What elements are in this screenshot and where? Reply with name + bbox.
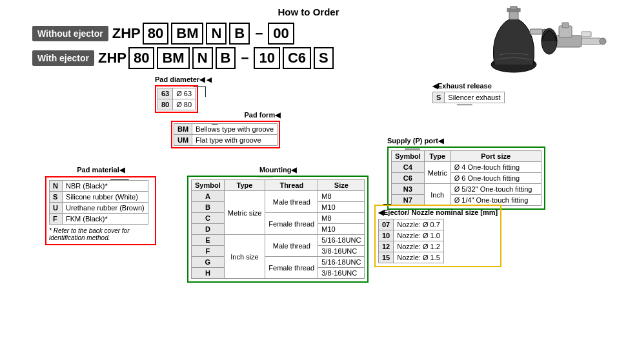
pad-material-box: NNBR (Black)*SSilicone rubber (White)UUr… — [45, 176, 156, 245]
pad-diameter-table-container: 63Ø 6380Ø 80 — [155, 85, 198, 113]
table-row: GFemale thread5/16-18UNC — [192, 257, 365, 268]
with-ejector-label: With ejector — [32, 50, 94, 66]
table-row: 80Ø 80 — [158, 99, 196, 110]
table-row: SSilicone rubber (White) — [50, 192, 148, 203]
svg-rect-3 — [511, 6, 517, 10]
ejector-box: ◀Ejector/ Nozzle nominal size [mm] 07Noz… — [374, 205, 501, 267]
code-b-2: B — [216, 47, 236, 69]
ejector-section: ◀Ejector/ Nozzle nominal size [mm] 07Noz… — [374, 205, 501, 267]
table-row: 07Nozzle: Ø 0.7 — [379, 219, 444, 230]
prefix-2: ZHP — [98, 50, 126, 66]
dash-1: － — [252, 24, 266, 43]
svg-point-9 — [600, 38, 606, 45]
svg-rect-12 — [582, 32, 591, 37]
table-row: N3InchØ 5/32" One-touch fitting — [392, 184, 541, 195]
table-row: C4MetricØ 4 One-touch fitting — [392, 162, 541, 173]
svg-rect-11 — [562, 23, 569, 28]
mounting-box: SymbolTypeThreadSize AMetric sizeMale th… — [187, 176, 369, 283]
code-n-2: N — [192, 47, 213, 69]
pad-form-section: Pad form◀ BMBellows type with grooveUMFl… — [171, 111, 280, 150]
dash-2: － — [238, 48, 252, 68]
mounting-section: Mounting◀ SymbolTypeThreadSize AMetric s… — [187, 166, 369, 283]
table-row: UUrethane rubber (Brown) — [50, 203, 148, 214]
pad-diameter-title: Pad diameter◀ — [155, 76, 212, 84]
mounting-table: SymbolTypeThreadSize AMetric sizeMale th… — [191, 179, 365, 279]
pad-form-table: BMBellows type with grooveUMFlat type wi… — [174, 123, 278, 146]
table-row: CFemale threadM8 — [192, 213, 365, 224]
pad-form-table-container: BMBellows type with grooveUMFlat type wi… — [171, 121, 280, 148]
table-row: FFKM (Black)* — [50, 214, 148, 225]
code-bm-1: BM — [171, 23, 203, 45]
svg-rect-8 — [582, 38, 601, 45]
table-row: 12Nozzle: Ø 1.2 — [379, 241, 444, 252]
exhaust-table: SSilencer exhaust — [432, 92, 505, 103]
table-row: EInch sizeMale thread5/16-18UNC — [192, 235, 365, 246]
code-00: 00 — [268, 23, 294, 45]
without-ejector-label: Without ejector — [32, 26, 108, 41]
prefix-1: ZHP — [112, 25, 141, 42]
ejector-table: 07Nozzle: Ø 0.710Nozzle: Ø 1.012Nozzle: … — [378, 219, 444, 263]
table-row: C6Ø 6 One-touch fitting — [392, 173, 541, 184]
supply-port-section: Supply (P) port◀ SymbolTypePort size C4M… — [387, 137, 545, 210]
code-s: S — [314, 47, 334, 69]
pad-diameter-section: Pad diameter◀ 63Ø 6380Ø 80 — [155, 76, 212, 115]
table-row: 10Nozzle: Ø 1.0 — [379, 230, 444, 241]
supply-port-box: SymbolTypePort size C4MetricØ 4 One-touc… — [387, 147, 545, 210]
code-n-1: N — [206, 23, 227, 45]
table-row: SSilencer exhaust — [433, 92, 505, 103]
code-c6: C6 — [283, 47, 311, 69]
exhaust-section: ◀Exhaust release SSilencer exhaust — [432, 82, 505, 103]
pad-diameter-table: 63Ø 6380Ø 80 — [157, 88, 196, 110]
product-image — [481, 0, 611, 84]
annotations: Pad diameter◀ 63Ø 6380Ø 80 Pad form◀ BMB… — [13, 76, 604, 321]
code-bm-2: BM — [157, 47, 189, 69]
pad-material-table: NNBR (Black)*SSilicone rubber (White)UUr… — [49, 180, 148, 225]
code-80-1: 80 — [143, 23, 168, 45]
table-row: 63Ø 63 — [158, 88, 196, 99]
code-80-2: 80 — [128, 47, 154, 69]
table-row: UMFlat type with groove — [174, 135, 278, 146]
table-row: AMetric sizeMale threadM8 — [192, 191, 365, 202]
pad-material-note: * Refer to the back cover for identifica… — [49, 227, 152, 241]
code-10: 10 — [254, 47, 279, 69]
supply-port-table: SymbolTypePort size C4MetricØ 4 One-touc… — [391, 150, 541, 206]
pad-material-section: Pad material◀ NNBR (Black)*SSilicone rub… — [45, 166, 156, 245]
code-b-1: B — [229, 23, 250, 45]
table-row: N7Ø 1/4" One-touch fitting — [392, 195, 541, 206]
page: How to Order — [0, 0, 617, 364]
table-row: BMBellows type with groove — [174, 124, 278, 135]
table-row: NNBR (Black)* — [50, 181, 148, 192]
svg-rect-4 — [530, 29, 543, 34]
table-row: 15Nozzle: Ø 1.5 — [379, 252, 444, 263]
